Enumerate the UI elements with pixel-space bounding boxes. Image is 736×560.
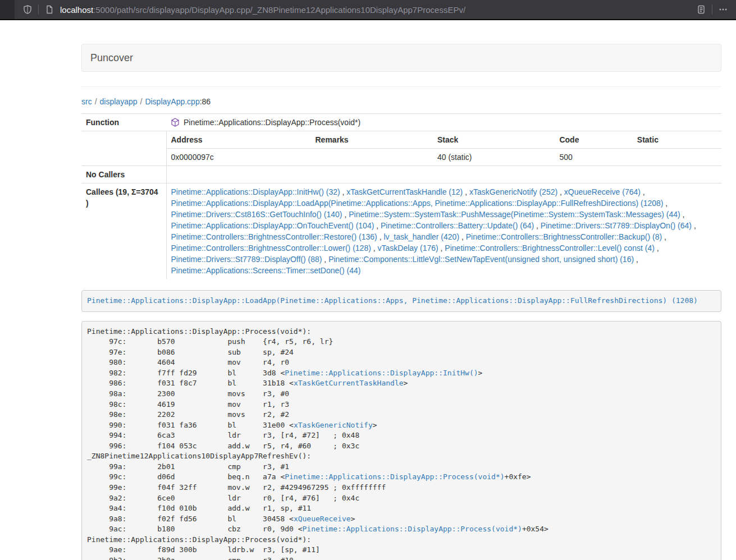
asm-text: > — [404, 379, 408, 387]
col-code: Code — [555, 131, 632, 149]
callee-link[interactable]: Pinetime::Components::LittleVgl::SetNewT… — [328, 255, 634, 264]
asm-line: 9a8: f02f fd56 bl 30458 <xQueueReceive> — [87, 514, 716, 525]
callee-link[interactable]: Pinetime::Controllers::BrightnessControl… — [445, 244, 654, 253]
asm-text: 982: f7ff fd29 bl 3d8 < — [87, 369, 285, 377]
page-info-icon[interactable] — [42, 2, 57, 17]
reader-view-icon[interactable] — [694, 2, 708, 17]
function-details-row: Address Remarks Stack Code Static 0x0000… — [81, 131, 721, 166]
callee-separator: , — [641, 187, 645, 196]
asm-text: > — [373, 421, 377, 429]
value-code: 500 — [555, 149, 632, 166]
disassembly-block: Pinetime::Applications::DisplayApp::Proc… — [81, 321, 721, 560]
callee-link[interactable]: lv_task_handler (420) — [383, 232, 459, 241]
asm-line: 994: 6ca3 ldr r3, [r4, #72] ; 0x48 — [87, 430, 716, 441]
asm-text: 9ac: b180 cbz r0, 9d0 < — [87, 525, 303, 533]
callee-separator: , — [374, 221, 381, 230]
callee-separator: , — [534, 221, 541, 230]
puncover-navbar: Puncover — [81, 44, 721, 72]
value-remarks — [311, 149, 433, 166]
callee-link[interactable]: Pinetime::Controllers::Battery::Update()… — [381, 221, 534, 230]
callee-link[interactable]: Pinetime::Drivers::Cst816S::GetTouchInfo… — [171, 210, 342, 219]
asm-line: 98a: 2300 movs r3, #0 — [87, 389, 716, 400]
function-label: Function — [81, 114, 166, 131]
callee-separator: , — [322, 255, 328, 264]
shield-icon[interactable] — [20, 2, 35, 17]
breadcrumb-separator: / — [95, 97, 97, 106]
asm-text: _ZN8Pinetime12Applications10DisplayApp7R… — [87, 452, 311, 460]
asm-line: 9a2: 6ce0 ldr r0, [r4, #76] ; 0x4c — [87, 493, 716, 504]
asm-symbol-link[interactable]: Pinetime::Applications::DisplayApp::Init… — [285, 369, 478, 377]
callee-separator: , — [459, 232, 466, 241]
loadapp-link[interactable]: Pinetime::Applications::DisplayApp::Load… — [87, 296, 698, 305]
callee-link[interactable]: vTaskDelay (176) — [378, 244, 438, 253]
callee-separator: , — [655, 244, 659, 253]
asm-symbol-link[interactable]: xTaskGetCurrentTaskHandle — [294, 379, 404, 387]
callee-separator: , — [692, 221, 696, 230]
page-content: Puncover src/displayapp/DisplayApp.cpp:8… — [0, 44, 736, 560]
metrics-value-row: 0x0000097c 40 (static) 500 — [167, 149, 722, 166]
asm-line: 9a4: f10d 010b add.w r1, sp, #11 — [87, 503, 716, 514]
asm-symbol-link[interactable]: Pinetime::Applications::DisplayApp::Proc… — [285, 472, 504, 481]
url-text[interactable]: localhost:5000/path/src/displayapp/Displ… — [60, 5, 694, 15]
callee-separator: , — [662, 232, 666, 241]
more-options-icon[interactable] — [716, 2, 730, 17]
callee-separator: , — [634, 255, 638, 264]
callee-link[interactable]: Pinetime::Applications::Screens::Timer::… — [171, 266, 361, 275]
asm-line: Pinetime::Applications::DisplayApp::Proc… — [87, 535, 716, 545]
url-bar[interactable]: localhost:5000/path/src/displayapp/Displ… — [15, 0, 736, 19]
no-callers-label: No Callers — [81, 166, 166, 183]
asm-text: 996: f104 053c add.w r5, r4, #60 ; 0x3c — [87, 442, 359, 450]
callee-link[interactable]: Pinetime::Drivers::St7789::DisplayOff() … — [171, 255, 322, 264]
asm-line: 980: 4604 mov r4, r0 — [87, 357, 716, 368]
function-metrics-table: Address Remarks Stack Code Static 0x0000… — [167, 131, 722, 166]
browser-toolbar: localhost:5000/path/src/displayapp/Displ… — [0, 0, 736, 20]
breadcrumb-separator: / — [140, 97, 143, 106]
col-stack: Stack — [433, 131, 555, 149]
callee-link[interactable]: Pinetime::Controllers::BrightnessControl… — [466, 232, 662, 241]
callee-separator: , — [342, 210, 349, 219]
callee-link[interactable]: Pinetime::Drivers::St7789::DisplayOn() (… — [541, 221, 692, 230]
function-name: Pinetime::Applications::DisplayApp::Proc… — [184, 117, 360, 128]
asm-text: 99e: f04f 32ff mov.w r2, #4294967295 ; 0… — [87, 483, 386, 492]
callee-separator: , — [557, 187, 564, 196]
callee-separator: , — [340, 187, 347, 196]
asm-text: 990: f031 fa36 bl 31e00 < — [87, 421, 294, 429]
asm-symbol-link[interactable]: xQueueReceive — [294, 515, 351, 523]
asm-text: 97c: b570 push {r4, r5, r6, lr} — [87, 337, 333, 346]
asm-line: 98e: 2202 movs r2, #2 — [87, 410, 716, 420]
asm-text: 986: f031 f8c7 bl 31b18 < — [87, 379, 294, 387]
asm-text: 99a: 2b01 cmp r3, #1 — [87, 462, 289, 471]
breadcrumb-line-number: :86 — [200, 97, 211, 106]
asm-line: 996: f104 053c add.w r5, r4, #60 ; 0x3c — [87, 441, 716, 452]
brand-link[interactable]: Puncover — [82, 52, 141, 64]
callee-separator: , — [663, 199, 668, 208]
url-path: :5000/path/src/displayapp/DisplayApp.cpp… — [93, 5, 465, 15]
asm-line: 97e: b086 sub sp, #24 — [87, 347, 716, 358]
breadcrumb-link-displayapp[interactable]: displayapp — [100, 97, 138, 106]
callee-link[interactable]: Pinetime::Applications::DisplayApp::Load… — [171, 199, 664, 208]
asm-text: +0x54> — [522, 525, 548, 533]
callee-link[interactable]: Pinetime::Controllers::BrightnessControl… — [171, 244, 371, 253]
asm-symbol-link[interactable]: xTaskGenericNotify — [294, 421, 373, 429]
callee-link[interactable]: Pinetime::System::SystemTask::PushMessag… — [349, 210, 680, 219]
callee-link[interactable]: Pinetime::Controllers::BrightnessControl… — [171, 232, 377, 241]
breadcrumb-link-src[interactable]: src — [81, 97, 92, 106]
breadcrumb-link-file[interactable]: DisplayApp.cpp — [145, 97, 199, 106]
asm-symbol-link[interactable]: Pinetime::Applications::DisplayApp::Proc… — [303, 525, 522, 533]
callees-label: Callees (19, Σ=3704 ) — [81, 183, 166, 279]
asm-text: 99c: d06d beq.n a7a < — [87, 472, 285, 481]
asm-line: 982: f7ff fd29 bl 3d8 <Pinetime::Applica… — [87, 368, 716, 379]
asm-text: 9a8: f02f fd56 bl 30458 < — [87, 515, 294, 523]
callee-link[interactable]: Pinetime::Applications::DisplayApp::OnTo… — [171, 221, 374, 230]
callee-link[interactable]: xTaskGetCurrentTaskHandle (12) — [346, 187, 463, 196]
asm-text: 9a4: f10d 010b add.w r1, sp, #11 — [87, 504, 311, 512]
asm-text: 98a: 2300 movs r3, #0 — [87, 389, 289, 398]
function-table: Function Pinetime::Applications::Display… — [81, 113, 721, 279]
callee-link[interactable]: xTaskGenericNotify (252) — [469, 187, 557, 196]
callee-separator: , — [463, 187, 469, 196]
asm-text: > — [478, 369, 483, 377]
callee-link[interactable]: Pinetime::Applications::DisplayApp::Init… — [171, 187, 340, 196]
callee-link[interactable]: xQueueReceive (764) — [564, 187, 641, 196]
asm-text: 98e: 2202 movs r2, #2 — [87, 410, 289, 419]
callee-separator: , — [377, 232, 384, 241]
